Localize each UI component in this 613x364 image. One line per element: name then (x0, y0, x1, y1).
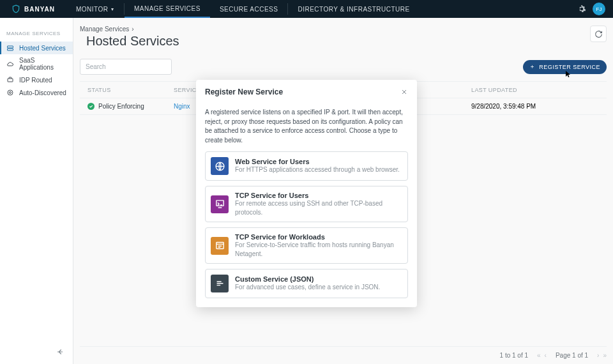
option-custom-service-json[interactable]: Custom Service (JSON) For advanced use c… (205, 269, 408, 298)
modal-overlay: Register New Service A registered servic… (0, 0, 613, 364)
option-desc: For advanced use cases, define a service… (235, 283, 380, 292)
tcp-workload-icon (211, 237, 229, 255)
option-title: Custom Service (JSON) (235, 275, 380, 283)
option-tcp-service-workloads[interactable]: TCP Service for Workloads For Service-to… (205, 227, 408, 264)
register-service-modal: Register New Service A registered servic… (196, 80, 417, 307)
option-title: TCP Service for Users (235, 192, 402, 199)
option-tcp-service-users[interactable]: TCP Service for Users For remote access … (205, 186, 408, 222)
option-desc: For Service-to-Service traffic from host… (235, 241, 402, 258)
modal-title: Register New Service (205, 87, 283, 96)
modal-description: A registered service listens on a specif… (205, 108, 408, 145)
option-title: TCP Service for Workloads (235, 233, 402, 241)
json-code-icon (211, 275, 229, 292)
option-title: Web Service for Users (235, 158, 400, 165)
close-icon[interactable] (400, 88, 408, 96)
web-globe-icon (211, 157, 229, 175)
option-desc: For remote access using SSH and other TC… (235, 199, 402, 216)
tcp-user-icon (211, 195, 229, 213)
option-desc: For HTTPS applications accessed through … (235, 165, 400, 174)
option-web-service-users[interactable]: Web Service for Users For HTTPS applicat… (205, 151, 408, 181)
